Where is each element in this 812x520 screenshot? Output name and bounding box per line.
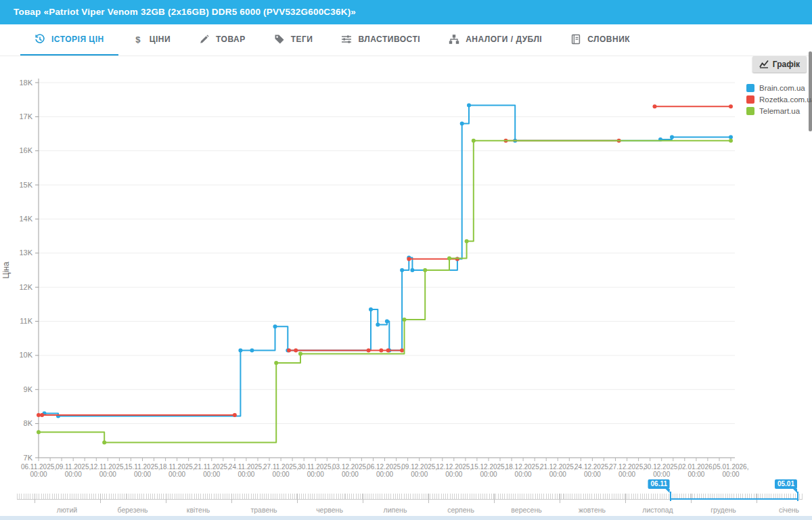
data-point[interactable] — [274, 361, 278, 365]
tab-product[interactable]: ТОВАР — [185, 24, 260, 56]
data-point[interactable] — [423, 268, 427, 272]
month-label-5: липень — [384, 506, 407, 514]
dollar-icon: $ — [133, 34, 143, 45]
data-point[interactable] — [250, 348, 254, 352]
month-label-8: жовтень — [579, 506, 606, 514]
app-header: Товар «Patriot Viper Venom 32GB (2x16GB)… — [0, 0, 812, 24]
month-label-7: вересень — [511, 506, 541, 514]
data-point[interactable] — [467, 104, 471, 108]
legend-swatch — [746, 107, 754, 115]
month-label-3: травень — [250, 506, 277, 514]
data-point[interactable] — [403, 318, 407, 322]
data-point[interactable] — [298, 351, 302, 355]
data-point[interactable] — [385, 320, 389, 324]
svg-text:30.12.2025,00:00: 30.12.2025,00:00 — [644, 463, 679, 478]
tab-analogs[interactable]: АНАЛОГИ / ДУБЛІ — [434, 24, 556, 56]
legend-swatch — [746, 95, 754, 104]
month-boundary-tick — [560, 494, 560, 503]
month-boundary-tick — [494, 494, 495, 503]
data-point[interactable] — [273, 324, 277, 328]
svg-text:$: $ — [135, 35, 141, 45]
series-rozetka-com-ua — [37, 104, 733, 417]
svg-text:27.11.2025,00:00: 27.11.2025,00:00 — [263, 463, 298, 478]
legend-label: Rozetka.com.ua — [759, 95, 812, 104]
axes — [39, 79, 735, 458]
tab-properties[interactable]: ВЛАСТИВОСТІ — [327, 24, 434, 56]
data-point[interactable] — [369, 307, 373, 311]
y-gridlines — [39, 83, 735, 424]
data-point[interactable] — [238, 348, 242, 352]
legend-swatch — [746, 84, 754, 92]
data-point[interactable] — [653, 104, 657, 108]
range-start-label[interactable]: 06.11 — [648, 479, 670, 489]
month-boundary-tick — [35, 494, 35, 503]
month-label-0: лютий — [57, 506, 77, 514]
tab-dictionary[interactable]: СЛОВНИК — [556, 24, 644, 56]
range-start-handle[interactable] — [670, 492, 671, 501]
data-point[interactable] — [410, 268, 414, 272]
timeline-navigator[interactable]: лютийберезеньквітеньтравеньчервеньлипень… — [0, 477, 812, 516]
svg-text:17K: 17K — [19, 112, 32, 121]
data-point[interactable] — [379, 348, 383, 352]
data-point[interactable] — [386, 348, 390, 352]
chart-legend: Brain.com.uaRozetka.com.uaTelemart.ua — [746, 82, 812, 116]
range-end-handle[interactable] — [797, 492, 798, 501]
month-boundary-tick — [166, 494, 166, 503]
svg-text:16K: 16K — [19, 146, 32, 154]
legend-label: Telemart.ua — [759, 107, 800, 115]
data-point[interactable] — [40, 413, 44, 417]
month-label-2: квітень — [187, 506, 210, 514]
svg-text:12.12.2025,00:00: 12.12.2025,00:00 — [436, 463, 472, 478]
legend-item-rozetka-com-ua[interactable]: Rozetka.com.ua — [746, 93, 812, 105]
svg-text:05.01.2026,00:00: 05.01.2026,00:00 — [713, 463, 749, 478]
data-point[interactable] — [287, 348, 291, 352]
month-label-9: листопад — [642, 506, 673, 514]
month-label-6: серпень — [447, 506, 474, 514]
data-point[interactable] — [376, 323, 380, 327]
data-point[interactable] — [472, 139, 476, 143]
data-point[interactable] — [465, 239, 469, 243]
svg-text:09.11.2025,00:00: 09.11.2025,00:00 — [55, 463, 91, 478]
month-label-10: грудень — [710, 506, 736, 514]
tab-tags[interactable]: ТЕГИ — [260, 24, 328, 56]
month-label-11: січень — [779, 506, 799, 514]
tab-label: ТОВАР — [216, 35, 246, 44]
data-point[interactable] — [400, 348, 404, 352]
data-point[interactable] — [407, 257, 411, 261]
legend-item-telemart-ua[interactable]: Telemart.ua — [746, 105, 812, 116]
svg-text:18.12.2025,00:00: 18.12.2025,00:00 — [505, 463, 541, 478]
horizontal-scroll-strip[interactable] — [0, 516, 812, 520]
tab-prices[interactable]: $ЦІНИ — [118, 24, 185, 56]
data-point[interactable] — [670, 135, 674, 139]
svg-text:14K: 14K — [19, 215, 32, 223]
svg-text:06.12.2025,00:00: 06.12.2025,00:00 — [367, 463, 403, 478]
svg-text:9K: 9K — [24, 385, 33, 393]
svg-text:11K: 11K — [20, 317, 32, 325]
data-point[interactable] — [294, 348, 298, 352]
range-end-label[interactable]: 05.01 — [775, 479, 797, 489]
data-point[interactable] — [400, 268, 404, 272]
month-label-4: червень — [316, 506, 343, 514]
svg-text:18K: 18K — [19, 79, 32, 87]
data-point[interactable] — [447, 256, 451, 260]
data-point[interactable] — [102, 440, 106, 444]
data-point[interactable] — [37, 430, 41, 434]
tab-price-history[interactable]: ІСТОРІЯ ЦІН — [20, 24, 118, 56]
tab-label: ТЕГИ — [291, 35, 313, 44]
svg-text:7K: 7K — [24, 454, 33, 462]
svg-text:30.11.2025,00:00: 30.11.2025,00:00 — [298, 463, 333, 478]
legend-item-brain-com-ua[interactable]: Brain.com.ua — [746, 82, 812, 93]
svg-text:12K: 12K — [19, 283, 32, 291]
month-boundary-tick — [625, 494, 626, 503]
timeline-selected-range[interactable] — [670, 498, 797, 500]
tab-bar: ІСТОРІЯ ЦІН$ЦІНИТОВАРТЕГИВЛАСТИВОСТІАНАЛ… — [0, 24, 812, 56]
svg-text:03.12.2025,00:00: 03.12.2025,00:00 — [332, 463, 368, 478]
data-point[interactable] — [233, 413, 237, 417]
svg-text:18.11.2025,00:00: 18.11.2025,00:00 — [160, 463, 195, 478]
data-point[interactable] — [460, 122, 464, 126]
data-point[interactable] — [729, 139, 733, 143]
data-point[interactable] — [367, 348, 371, 352]
data-point[interactable] — [729, 104, 733, 108]
tab-label: АНАЛОГИ / ДУБЛІ — [466, 35, 542, 44]
svg-text:12.11.2025,00:00: 12.11.2025,00:00 — [90, 463, 125, 478]
